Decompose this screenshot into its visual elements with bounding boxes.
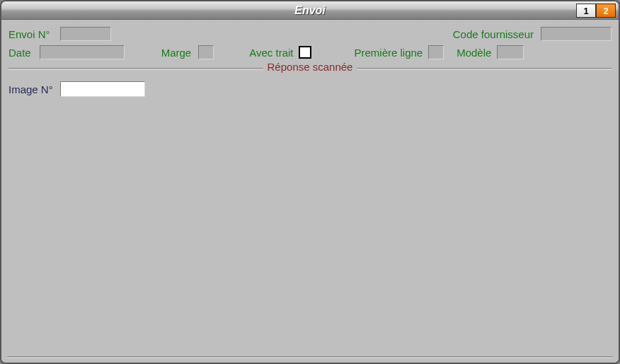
footer-divider	[7, 356, 613, 357]
content-area: Envoi N° Code fournisseur Date Marge Ave…	[1, 20, 619, 363]
titlebar: Envoi 1 2	[1, 1, 619, 20]
tab-1[interactable]: 1	[576, 4, 596, 18]
code-fournisseur-label: Code fournisseur	[453, 28, 534, 40]
modele-label: Modèle	[457, 47, 491, 59]
image-row: Image N°	[8, 81, 612, 97]
image-field[interactable]	[60, 81, 145, 97]
modele-field[interactable]	[497, 45, 524, 59]
tab-bar: 1 2	[576, 4, 616, 18]
section-divider: Réponse scannée	[8, 68, 612, 69]
date-field[interactable]	[40, 45, 125, 59]
reponse-scannee-section: Réponse scannée Image N°	[8, 68, 612, 97]
marge-label: Marge	[161, 47, 192, 59]
row-2: Date Marge Avec trait Première ligne Mod…	[8, 44, 612, 61]
row-1: Envoi N° Code fournisseur	[8, 25, 612, 42]
image-label: Image N°	[8, 83, 53, 95]
envoi-field[interactable]	[60, 27, 111, 41]
code-fournisseur-field[interactable]	[541, 27, 612, 41]
window-title: Envoi	[294, 4, 326, 17]
window-envoi: Envoi 1 2 Envoi N° Code fournisseur Date…	[0, 0, 620, 364]
date-label: Date	[8, 47, 31, 59]
avec-trait-label: Avec trait	[249, 47, 293, 59]
marge-field[interactable]	[198, 45, 214, 59]
envoi-label: Envoi N°	[8, 28, 50, 40]
premiere-ligne-label: Première ligne	[354, 47, 423, 59]
premiere-ligne-field[interactable]	[428, 45, 444, 59]
tab-2[interactable]: 2	[596, 4, 616, 18]
section-legend: Réponse scannée	[263, 61, 357, 73]
avec-trait-checkbox[interactable]	[299, 46, 311, 59]
